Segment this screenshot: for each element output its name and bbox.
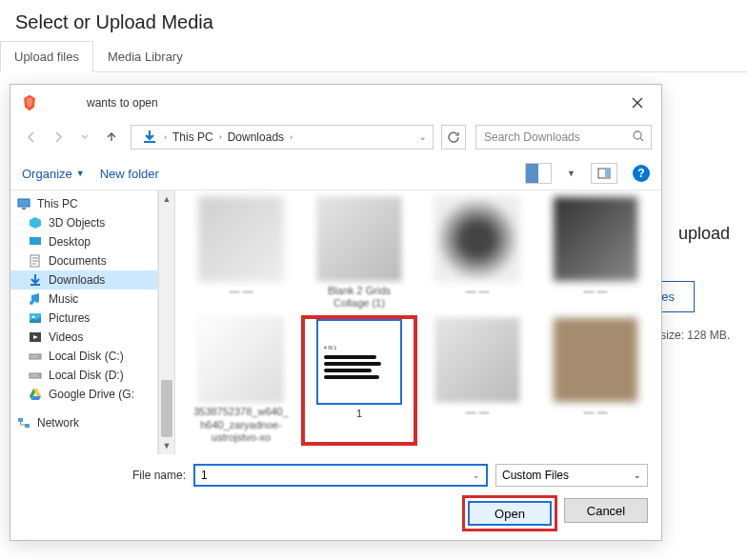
svg-rect-16	[18, 418, 23, 422]
thumbnail	[553, 317, 638, 403]
chevron-right-icon: ›	[286, 132, 296, 142]
file-type-filter[interactable]: Custom Files ⌄	[495, 464, 648, 487]
file-label: — —	[583, 285, 607, 297]
music-icon	[28, 291, 43, 307]
forward-button[interactable]	[47, 126, 70, 149]
help-button[interactable]: ?	[633, 165, 650, 182]
recent-dropdown[interactable]	[73, 126, 96, 149]
open-button[interactable]: Open	[468, 501, 552, 526]
tab-upload-files[interactable]: Upload files	[0, 41, 93, 72]
crumb-downloads[interactable]: Downloads	[228, 130, 284, 144]
file-item-selected[interactable]: 4 IN 1 1	[303, 317, 415, 444]
view-mode-button[interactable]	[525, 163, 552, 184]
sidebar-item-network[interactable]: Network	[10, 413, 157, 432]
page-title: Select or Upload Media	[15, 11, 732, 33]
pictures-icon	[28, 310, 43, 326]
tab-media-library[interactable]: Media Library	[93, 41, 197, 71]
up-button[interactable]	[100, 126, 123, 149]
svg-rect-0	[144, 141, 155, 143]
file-label: 3538752378_w640_h640_zaryadnoe-ustrojstv…	[193, 406, 289, 444]
filename-input[interactable]: 1 ⌄	[193, 464, 488, 487]
network-icon	[16, 415, 31, 430]
file-grid: — — Blank 2 Grids Collage (1) — — — — 35…	[175, 190, 661, 454]
preview-pane-button[interactable]	[591, 163, 617, 184]
titlebar: wants to open	[10, 85, 661, 121]
thumbnail: 4 IN 1	[316, 319, 402, 405]
sidebar-scrollbar[interactable]: ▲ ▼	[158, 190, 175, 454]
file-item[interactable]: — —	[539, 317, 652, 444]
svg-rect-3	[605, 169, 610, 178]
sidebar-item-pictures[interactable]: Pictures	[10, 309, 157, 328]
organize-button[interactable]: Organize ▼	[22, 167, 85, 181]
navigation-bar: › This PC › Downloads › ⌄ Search Downloa…	[10, 121, 661, 157]
file-item[interactable]: — —	[539, 196, 652, 310]
close-icon	[632, 97, 643, 109]
thumbnail	[198, 317, 284, 403]
tabs: Upload files Media Library	[0, 41, 747, 72]
sidebar-item-desktop[interactable]: Desktop	[10, 232, 157, 251]
max-size-label: size: 128 MB.	[660, 329, 730, 342]
new-folder-button[interactable]: New folder	[100, 167, 159, 181]
drive-icon	[28, 349, 43, 364]
crumb-this-pc[interactable]: This PC	[172, 130, 213, 144]
thumbnail	[434, 196, 520, 282]
cancel-button[interactable]: Cancel	[564, 498, 648, 523]
svg-rect-6	[30, 237, 41, 245]
file-item[interactable]: — —	[421, 317, 534, 444]
arrow-left-icon	[25, 130, 38, 144]
sidebar-item-local-disk-d[interactable]: Local Disk (D:)	[10, 366, 157, 385]
thumbnail	[316, 196, 402, 282]
arrow-up-icon	[105, 130, 118, 144]
file-label: — —	[583, 406, 607, 418]
file-item[interactable]: Blank 2 Grids Collage (1)	[303, 196, 415, 310]
sidebar-item-this-pc[interactable]: This PC	[10, 194, 157, 213]
file-item[interactable]: — —	[185, 196, 297, 310]
filename-value: 1	[201, 469, 208, 482]
breadcrumb[interactable]: › This PC › Downloads › ⌄	[131, 125, 434, 150]
sidebar-item-music[interactable]: Music	[10, 290, 157, 309]
scrollbar-thumb[interactable]	[161, 380, 172, 437]
drive-icon	[28, 368, 43, 383]
monitor-icon	[16, 196, 31, 211]
sidebar-item-google-drive[interactable]: Google Drive (G:	[10, 385, 157, 404]
refresh-icon	[447, 130, 460, 144]
google-drive-icon	[28, 387, 43, 402]
drop-upload-label: upload	[678, 224, 730, 244]
file-label: — —	[465, 406, 489, 418]
brave-icon	[20, 93, 39, 112]
back-button[interactable]	[20, 126, 43, 149]
sidebar-item-3d-objects[interactable]: 3D Objects	[10, 213, 157, 232]
desktop-icon	[28, 234, 43, 250]
chevron-down-icon[interactable]: ⌄	[419, 132, 427, 142]
thumbnail	[434, 317, 520, 403]
chevron-down-icon: ⌄	[634, 470, 641, 480]
sidebar-item-documents[interactable]: Documents	[10, 251, 157, 270]
file-label: Blank 2 Grids Collage (1)	[312, 285, 407, 310]
svg-rect-8	[30, 284, 40, 286]
chevron-down-icon[interactable]: ▼	[567, 169, 575, 178]
videos-icon	[28, 330, 43, 345]
dialog-footer: File name: 1 ⌄ Custom Files ⌄ Open Cance…	[10, 454, 661, 540]
filename-label: File name:	[24, 469, 186, 482]
sidebar-item-local-disk-c[interactable]: Local Disk (C:)	[10, 347, 157, 366]
preview-pane-icon	[597, 168, 611, 179]
file-item[interactable]: — —	[421, 196, 534, 310]
sidebar-item-videos[interactable]: Videos	[10, 328, 157, 347]
file-item[interactable]: 3538752378_w640_h640_zaryadnoe-ustrojstv…	[185, 317, 297, 444]
chevron-down-icon: ▼	[76, 169, 85, 178]
search-icon	[632, 130, 645, 143]
chevron-down-icon[interactable]: ⌄	[473, 470, 480, 480]
dialog-title: wants to open	[47, 96, 616, 110]
file-label: 1	[356, 408, 362, 420]
scroll-down-icon[interactable]: ▼	[159, 437, 174, 454]
sidebar-item-downloads[interactable]: Downloads	[10, 270, 157, 290]
search-input[interactable]: Search Downloads	[475, 125, 652, 150]
open-button-highlight: Open	[465, 498, 555, 529]
sidebar: This PC 3D Objects Desktop Documents Dow…	[10, 190, 158, 454]
toolbar: Organize ▼ New folder ▼ ?	[10, 157, 661, 190]
scroll-up-icon[interactable]: ▲	[159, 190, 174, 208]
chevron-down-icon	[80, 132, 90, 142]
chevron-right-icon: ›	[215, 132, 226, 142]
refresh-button[interactable]	[441, 125, 466, 150]
close-button[interactable]	[623, 92, 652, 113]
